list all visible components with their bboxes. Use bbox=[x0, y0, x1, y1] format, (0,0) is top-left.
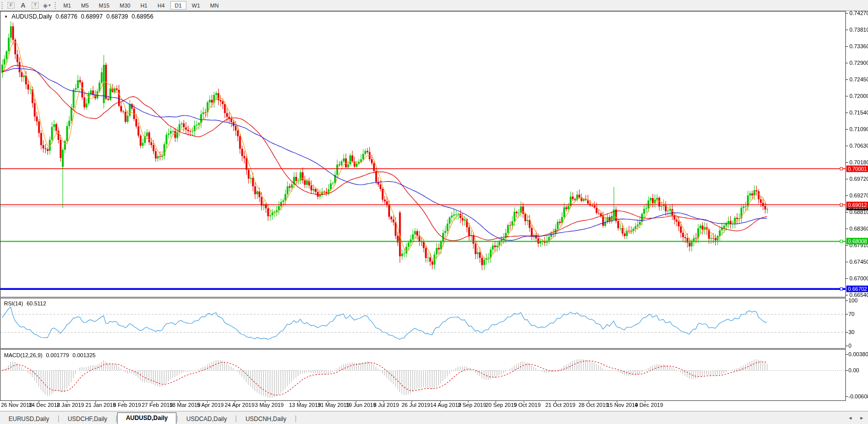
date-label[interactable]: 14 Dec 2018 bbox=[29, 402, 60, 408]
toolbar: F A T ◈ ▾ M1M5M15M30H1H4D1W1MN bbox=[0, 0, 868, 11]
date-label[interactable]: 24 Apr 2019 bbox=[225, 402, 254, 408]
date-label[interactable]: 21 Oct 2019 bbox=[545, 402, 575, 408]
tab-audusd-daily[interactable]: AUDUSD,Daily bbox=[117, 412, 176, 424]
date-label[interactable]: 21 Jan 2019 bbox=[85, 402, 116, 408]
price-axis-label: 0.71090 bbox=[849, 126, 868, 132]
date-label[interactable]: 27 Feb 2019 bbox=[142, 402, 173, 408]
macd-axis-label: 0.003804 bbox=[848, 351, 868, 357]
tab-separator bbox=[58, 415, 59, 422]
symbol-dropdown-marker-icon[interactable]: ▼ bbox=[4, 15, 8, 19]
rsi-pane-label: RSI(14) 60.5112 bbox=[4, 300, 46, 306]
price-axis-label: 0.68360 bbox=[849, 226, 868, 232]
macd-indicator-name: MACD(12,26,9) bbox=[4, 352, 42, 358]
price-axis-label: 0.72000 bbox=[849, 93, 868, 99]
tab-separator bbox=[116, 415, 117, 422]
date-label[interactable]: 9 Oct 2019 bbox=[514, 402, 541, 408]
price-axis-label: 0.70180 bbox=[849, 159, 868, 165]
date-label[interactable]: 14 Aug 2019 bbox=[430, 402, 461, 408]
date-label[interactable]: 2 Sep 2019 bbox=[458, 402, 486, 408]
mt-terminal-window: F A T ◈ ▾ M1M5M15M30H1H4D1W1MN ▼ AUDUSD,… bbox=[0, 0, 868, 424]
tab-separator bbox=[177, 415, 177, 422]
toolbar-grip[interactable] bbox=[55, 2, 56, 9]
timeframe-h1-button[interactable]: H1 bbox=[136, 1, 152, 10]
date-label[interactable]: 3 May 2019 bbox=[255, 402, 283, 408]
hline-price-label: 0.69012 bbox=[846, 201, 868, 208]
price-axis-label: 0.73810 bbox=[849, 27, 868, 33]
date-label[interactable]: 4 Dec 2019 bbox=[635, 402, 663, 408]
chevron-down-icon: ▾ bbox=[48, 3, 52, 8]
symbol-tab-bar: EURUSD,DailyUSDCHF,DailyAUDUSD,DailyUSDC… bbox=[0, 411, 868, 424]
price-axis-label: 0.72900 bbox=[849, 60, 868, 66]
ohlc-low: 0.68739 bbox=[106, 13, 128, 20]
text-tool-icon: T bbox=[32, 2, 39, 9]
date-label[interactable]: 13 May 2019 bbox=[289, 402, 321, 408]
price-axis-label: 0.67000 bbox=[849, 275, 868, 281]
date-label[interactable]: 5 Apr 2019 bbox=[197, 402, 224, 408]
timeframe-m15-button[interactable]: M15 bbox=[94, 1, 114, 10]
hline-price-label: 0.66702 bbox=[846, 286, 868, 292]
date-label[interactable]: 8 Feb 2019 bbox=[113, 402, 141, 408]
text-tool-button[interactable]: T bbox=[29, 1, 41, 10]
price-axis-label: 0.69270 bbox=[849, 192, 868, 198]
rsi-indicator-name: RSI(14) bbox=[4, 300, 23, 306]
crosshair-icon: F bbox=[8, 2, 15, 9]
rsi-axis-label: 100 bbox=[848, 297, 857, 303]
hline-price-label: 0.68008 bbox=[846, 238, 868, 245]
macd-axis-label: -0.006087 bbox=[848, 393, 868, 399]
rsi-axis-label: 0 bbox=[848, 343, 851, 349]
ohlc-open: 0.68776 bbox=[56, 13, 77, 20]
date-label[interactable]: 31 May 2019 bbox=[318, 402, 350, 408]
macd-pane-label: MACD(12,26,9) 0.001779 0.001325 bbox=[4, 352, 95, 358]
tab-eurusd-daily[interactable]: EURUSD,Daily bbox=[0, 414, 58, 424]
crosshair-tool-button[interactable]: F bbox=[5, 1, 17, 10]
macd-main-value: 0.001779 bbox=[46, 352, 69, 358]
tab-usdcnh-daily[interactable]: USDCNH,Daily bbox=[237, 414, 295, 424]
macd-axis-label: 0.00 bbox=[848, 367, 859, 373]
tab-usdcad-daily[interactable]: USDCAD,Daily bbox=[178, 414, 236, 424]
shapes-icon: ◈ bbox=[43, 2, 47, 9]
timeframe-m1-button[interactable]: M1 bbox=[59, 1, 75, 10]
date-label[interactable]: 8 Jul 2019 bbox=[373, 402, 399, 408]
date-label[interactable]: 28 Oct 2019 bbox=[578, 402, 609, 408]
timeframe-mn-button[interactable]: MN bbox=[206, 1, 223, 10]
tab-scroll-nav: ◄ ► bbox=[848, 415, 864, 420]
macd-signal-value: 0.001325 bbox=[72, 352, 95, 358]
shapes-tool-button[interactable]: ◈ ▾ bbox=[41, 1, 53, 10]
price-axis-label: 0.72450 bbox=[849, 76, 868, 82]
toolbar-grip[interactable] bbox=[2, 2, 3, 9]
tab-separator bbox=[236, 415, 236, 422]
tab-separator bbox=[296, 415, 296, 422]
price-axis-label: 0.70630 bbox=[849, 143, 868, 149]
text-label-icon: A bbox=[21, 2, 25, 9]
price-chart-canvas[interactable] bbox=[0, 0, 868, 424]
timeframe-m5-button[interactable]: M5 bbox=[76, 1, 93, 10]
date-label[interactable]: 18 Mar 2019 bbox=[169, 402, 201, 408]
price-axis-label: 0.73360 bbox=[849, 43, 868, 49]
tab-usdchf-daily[interactable]: USDCHF,Daily bbox=[59, 414, 116, 424]
tab-scroll-right-icon[interactable]: ► bbox=[859, 415, 864, 420]
price-axis-label: 0.67450 bbox=[849, 259, 868, 265]
rsi-indicator-value: 60.5112 bbox=[27, 300, 46, 306]
ohlc-close: 0.68956 bbox=[132, 13, 153, 20]
timeframe-h4-button[interactable]: H4 bbox=[153, 1, 169, 10]
timeframe-w1-button[interactable]: W1 bbox=[187, 1, 205, 10]
text-label-tool-button[interactable]: A bbox=[17, 1, 29, 10]
tab-scroll-left-icon[interactable]: ◄ bbox=[848, 415, 852, 420]
date-label[interactable]: 26 Nov 2018 bbox=[1, 402, 32, 408]
hline-price-label: 0.70001 bbox=[846, 165, 868, 172]
chart-title: ▼ AUDUSD,Daily 0.68776 0.68997 0.68739 0… bbox=[4, 13, 153, 20]
timeframe-group: M1M5M15M30H1H4D1W1MN bbox=[58, 1, 224, 10]
date-label[interactable]: 2 Jan 2019 bbox=[57, 402, 84, 408]
ohlc-high: 0.68997 bbox=[81, 13, 103, 20]
chart-symbol: AUDUSD,Daily bbox=[12, 13, 52, 20]
timeframe-m30-button[interactable]: M30 bbox=[115, 1, 135, 10]
price-axis-label: 0.71540 bbox=[849, 110, 868, 116]
timeframe-d1-button[interactable]: D1 bbox=[170, 1, 186, 10]
date-label[interactable]: 15 Nov 2019 bbox=[607, 402, 638, 408]
rsi-axis-label: 30 bbox=[848, 329, 854, 335]
date-label[interactable]: 26 Jul 2019 bbox=[402, 402, 430, 408]
price-axis-label: 0.69720 bbox=[849, 176, 868, 182]
date-label[interactable]: 19 Jun 2019 bbox=[346, 402, 376, 408]
rsi-axis-label: 70 bbox=[848, 311, 854, 317]
date-label[interactable]: 20 Sep 2019 bbox=[486, 402, 517, 408]
